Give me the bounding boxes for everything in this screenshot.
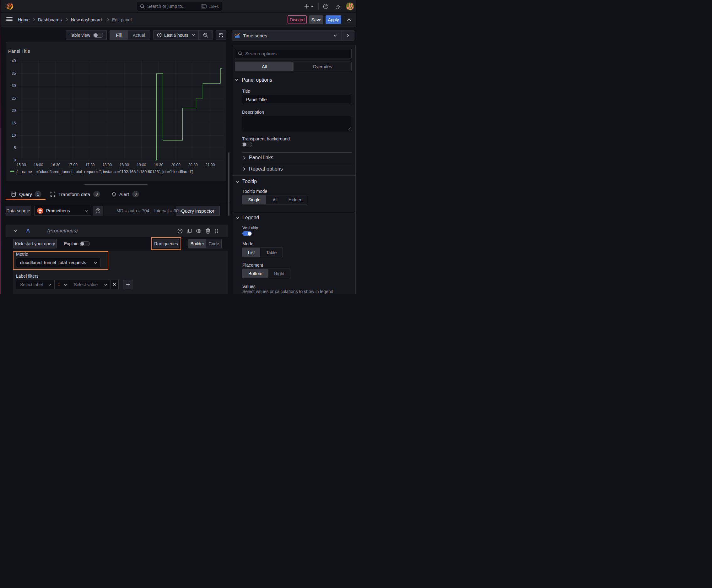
- svg-text:35: 35: [12, 71, 16, 76]
- svg-text:19:30: 19:30: [154, 163, 163, 167]
- svg-text:17:00: 17:00: [68, 163, 78, 167]
- svg-text:30: 30: [12, 84, 16, 88]
- svg-text:20:00: 20:00: [171, 163, 180, 167]
- svg-text:19:00: 19:00: [136, 163, 146, 167]
- svg-text:25: 25: [12, 96, 16, 101]
- svg-text:16:30: 16:30: [51, 163, 60, 167]
- svg-text:0: 0: [14, 158, 16, 162]
- svg-text:5: 5: [14, 146, 16, 150]
- svg-text:21:00: 21:00: [205, 163, 215, 167]
- svg-text:17:30: 17:30: [85, 163, 94, 167]
- svg-text:20: 20: [12, 108, 16, 113]
- svg-text:15:30: 15:30: [17, 163, 26, 167]
- svg-text:16:00: 16:00: [34, 163, 43, 167]
- svg-text:18:30: 18:30: [120, 163, 129, 167]
- svg-text:20:30: 20:30: [188, 163, 198, 167]
- svg-text:10: 10: [12, 133, 16, 138]
- svg-text:40: 40: [12, 59, 16, 63]
- svg-text:15: 15: [12, 121, 16, 125]
- svg-text:18:00: 18:00: [102, 163, 112, 167]
- svg-text:{__name__="cloudflared_tunnel_: {__name__="cloudflared_tunnel_total_requ…: [16, 170, 193, 174]
